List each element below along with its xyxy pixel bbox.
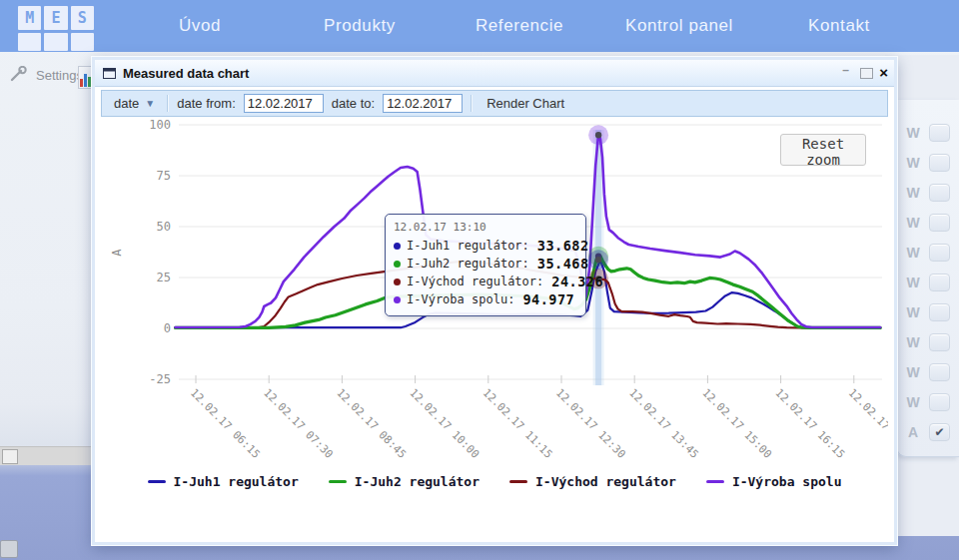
panel-row-label: W bbox=[905, 275, 921, 290]
window-title: Measured data chart bbox=[123, 66, 249, 81]
panel-checkbox[interactable] bbox=[929, 154, 950, 172]
panel-row: W bbox=[897, 327, 959, 357]
measured-data-chart-window: Measured data chart – × date ▼ date from… bbox=[92, 57, 897, 545]
tooltip-series-label: I-Juh1 regulátor: bbox=[407, 239, 529, 253]
close-button[interactable]: × bbox=[879, 67, 888, 79]
svg-text:50: 50 bbox=[157, 220, 171, 234]
panel-row: W bbox=[897, 297, 959, 327]
legend-label: I-Východ regulátor bbox=[535, 474, 676, 489]
svg-text:12.02.17 13:45: 12.02.17 13:45 bbox=[626, 386, 701, 461]
svg-text:12.02.17 12:30: 12.02.17 12:30 bbox=[553, 386, 628, 461]
corner-shortcut-icon[interactable] bbox=[0, 540, 18, 558]
panel-row: W bbox=[897, 208, 959, 238]
legend-label: I-Výroba spolu bbox=[732, 474, 842, 489]
series-dot-icon bbox=[394, 279, 401, 285]
panel-checkbox[interactable]: ✔ bbox=[929, 423, 950, 441]
legend-dash-icon bbox=[509, 480, 527, 483]
svg-text:12.02.17 17:30: 12.02.17 17:30 bbox=[846, 386, 888, 461]
scrollbar-handle[interactable] bbox=[2, 449, 18, 464]
nav-item-produkty[interactable]: Produkty bbox=[280, 0, 440, 52]
panel-checkbox[interactable] bbox=[929, 124, 950, 142]
panel-checkbox[interactable] bbox=[929, 393, 950, 411]
render-chart-button[interactable]: Render Chart bbox=[480, 94, 570, 113]
tooltip-series-value: 94.977 bbox=[522, 291, 574, 307]
minimize-button[interactable]: – bbox=[842, 67, 854, 79]
panel-checkbox[interactable] bbox=[929, 184, 950, 202]
tooltip-series-value: 35.468 bbox=[537, 256, 589, 272]
panel-checkbox[interactable] bbox=[929, 303, 950, 321]
series-dot-icon bbox=[394, 261, 401, 268]
svg-text:12.02.17 15:00: 12.02.17 15:00 bbox=[699, 386, 774, 461]
horizontal-scrollbar[interactable] bbox=[0, 446, 100, 465]
window-titlebar[interactable]: Measured data chart – × bbox=[95, 60, 894, 87]
panel-checkbox[interactable] bbox=[929, 274, 950, 291]
legend-label: I-Juh2 regulátor bbox=[355, 474, 480, 489]
legend-dash-icon bbox=[329, 480, 347, 483]
chart-toolbar: date ▼ date from: date to: Render Chart bbox=[101, 90, 888, 117]
panel-row-label: W bbox=[905, 245, 921, 261]
svg-text:12.02.17 07:30: 12.02.17 07:30 bbox=[261, 386, 336, 461]
legend-item[interactable]: I-Východ regulátor bbox=[509, 474, 676, 489]
top-navbar: MES ÚvodProduktyReferencieKontrol panelK… bbox=[0, 0, 959, 52]
legend-item[interactable]: I-Juh1 regulátor bbox=[148, 474, 299, 489]
panel-row-label: A bbox=[905, 424, 921, 440]
logo-blank-cell bbox=[18, 33, 41, 51]
logo-letter-cell: S bbox=[71, 6, 94, 30]
mes-logo[interactable]: MES bbox=[18, 6, 94, 52]
panel-row-label: W bbox=[905, 364, 921, 380]
panel-row-label: W bbox=[905, 155, 921, 171]
panel-row-label: W bbox=[905, 185, 921, 201]
legend-item[interactable]: I-Výroba spolu bbox=[706, 474, 842, 489]
logo-blank-cell bbox=[44, 33, 67, 51]
panel-row: W bbox=[897, 118, 959, 148]
svg-text:12.02.17 08:45: 12.02.17 08:45 bbox=[334, 386, 409, 461]
legend-item[interactable]: I-Juh2 regulátor bbox=[329, 474, 480, 489]
legend-label: I-Juh1 regulátor bbox=[174, 474, 299, 489]
settings-row[interactable]: Settings bbox=[8, 66, 83, 84]
nav-menu: ÚvodProduktyReferencieKontrol panelKonta… bbox=[120, 0, 919, 52]
nav-item-kontakt[interactable]: Kontakt bbox=[759, 0, 919, 52]
tooltip-series-label: I-Výroba spolu: bbox=[407, 292, 514, 306]
svg-text:12.02.17 06:15: 12.02.17 06:15 bbox=[188, 386, 263, 461]
chart-tooltip: 12.02.17 13:10 I-Juh1 regulátor:33.682I-… bbox=[385, 214, 586, 316]
svg-text:0: 0 bbox=[164, 321, 171, 335]
settings-label: Settings bbox=[36, 68, 83, 83]
panel-row: W bbox=[897, 357, 959, 387]
panel-checkbox[interactable] bbox=[929, 363, 950, 381]
measurement-toggle-panel: WWWWWWWWWWA✔ bbox=[896, 100, 959, 457]
panel-checkbox[interactable] bbox=[929, 214, 950, 232]
panel-checkbox[interactable] bbox=[929, 333, 950, 351]
panel-row-label: W bbox=[905, 125, 921, 141]
panel-row: A✔ bbox=[897, 417, 959, 447]
date-to-input[interactable] bbox=[383, 94, 463, 113]
reset-zoom-button[interactable]: Reset zoom bbox=[780, 134, 866, 166]
tooltip-series-label: I-Východ regulátor: bbox=[407, 275, 543, 288]
legend-dash-icon bbox=[148, 480, 166, 483]
svg-text:12.02.17 16:15: 12.02.17 16:15 bbox=[772, 386, 847, 461]
panel-row: W bbox=[897, 148, 959, 178]
panel-row-label: W bbox=[905, 304, 921, 320]
panel-row-label: W bbox=[905, 334, 921, 350]
date-from-label: date from: bbox=[177, 96, 236, 111]
logo-blank-cell bbox=[71, 33, 94, 51]
nav-item-referencie[interactable]: Referencie bbox=[440, 0, 599, 52]
wrench-icon bbox=[8, 66, 28, 84]
toolbar-separator bbox=[471, 95, 473, 112]
chart-legend: I-Juh1 regulátorI-Juh2 regulátorI-Východ… bbox=[95, 474, 894, 489]
date-from-input[interactable] bbox=[244, 94, 324, 113]
panel-row: W bbox=[897, 387, 959, 417]
svg-text:-25: -25 bbox=[149, 372, 171, 386]
panel-checkbox[interactable] bbox=[929, 244, 950, 262]
tooltip-row: I-Juh1 regulátor:33.682 bbox=[394, 237, 577, 255]
date-to-label: date to: bbox=[332, 96, 375, 111]
nav-item-kontrol-panel[interactable]: Kontrol panel bbox=[599, 0, 759, 52]
tooltip-series-value: 33.682 bbox=[537, 238, 589, 254]
logo-letter-cell: M bbox=[18, 6, 41, 30]
mode-dropdown[interactable]: date ▼ bbox=[110, 94, 159, 113]
nav-item--vod[interactable]: Úvod bbox=[120, 0, 280, 52]
svg-text:A: A bbox=[110, 249, 124, 257]
tooltip-row: I-Výroba spolu:94.977 bbox=[394, 290, 577, 308]
maximize-button[interactable] bbox=[860, 68, 873, 79]
mode-dropdown-label: date bbox=[114, 96, 139, 111]
svg-text:25: 25 bbox=[157, 271, 171, 284]
